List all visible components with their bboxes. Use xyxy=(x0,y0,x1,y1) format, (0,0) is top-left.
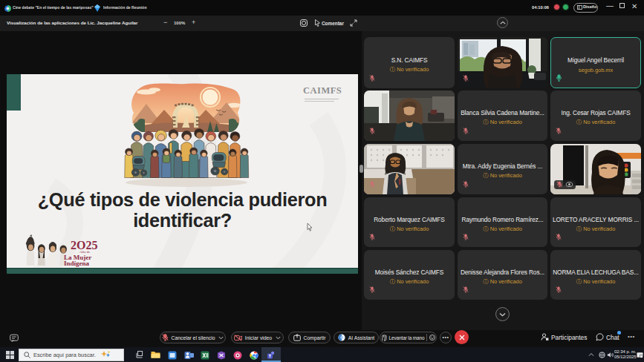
svg-text:Indígena: Indígena xyxy=(64,260,90,267)
svg-text:2O25: 2O25 xyxy=(71,239,97,251)
